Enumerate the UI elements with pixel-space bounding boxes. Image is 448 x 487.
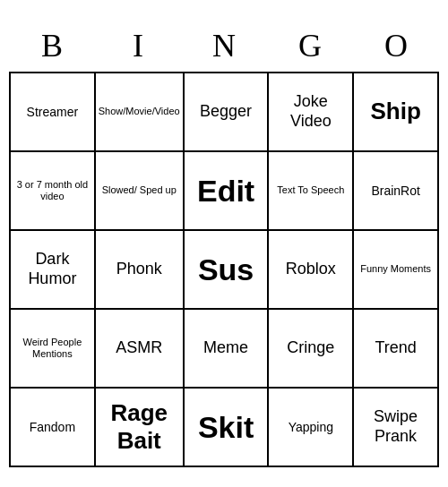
cell-text-23: Yapping	[289, 420, 333, 435]
bingo-cell-19: Trend	[354, 310, 439, 389]
bingo-cell-15: Weird People Mentions	[11, 310, 96, 389]
cell-text-13: Roblox	[286, 260, 336, 279]
bingo-cell-2: Begger	[185, 73, 270, 152]
bingo-cell-24: Swipe Prank	[354, 389, 439, 467]
cell-text-16: ASMR	[116, 338, 162, 358]
cell-text-11: Phonk	[116, 260, 162, 279]
cell-text-21: Rage Bait	[99, 399, 180, 455]
bingo-cell-12: Sus	[185, 231, 270, 310]
cell-text-15: Weird People Mentions	[13, 337, 91, 360]
bingo-cell-3: Joke Video	[269, 73, 354, 152]
cell-text-10: Dark Humor	[13, 250, 91, 288]
bingo-cell-22: Skit	[185, 389, 270, 467]
bingo-cell-21: Rage Bait	[96, 389, 185, 467]
cell-text-1: Show/Movie/Video	[99, 106, 180, 117]
cell-text-5: 3 or 7 month old video	[13, 179, 91, 202]
bingo-cell-7: Edit	[185, 152, 270, 231]
bingo-cell-23: Yapping	[269, 389, 354, 467]
bingo-cell-6: Slowed/ Sped up	[96, 152, 185, 231]
bingo-cell-0: Streamer	[11, 73, 96, 152]
cell-text-3: Joke Video	[271, 92, 349, 131]
cell-text-0: Streamer	[27, 105, 79, 120]
cell-text-7: Edit	[197, 173, 254, 209]
bingo-cell-4: Ship	[354, 73, 439, 152]
bingo-card: BINGO StreamerShow/Movie/VideoBeggerJoke…	[9, 20, 439, 467]
cell-text-20: Fandom	[30, 420, 75, 435]
bingo-grid: StreamerShow/Movie/VideoBeggerJoke Video…	[9, 72, 439, 467]
cell-text-19: Trend	[375, 338, 416, 358]
bingo-cell-10: Dark Humor	[11, 231, 96, 310]
header-letter-O: O	[357, 27, 435, 64]
bingo-cell-13: Roblox	[269, 231, 354, 310]
bingo-cell-14: Funny Moments	[354, 231, 439, 310]
bingo-header: BINGO	[9, 20, 439, 72]
cell-text-18: Cringe	[287, 338, 334, 358]
bingo-cell-18: Cringe	[269, 310, 354, 389]
bingo-cell-8: Text To Speech	[269, 152, 354, 231]
bingo-cell-16: ASMR	[96, 310, 185, 389]
header-letter-N: N	[185, 27, 263, 64]
header-letter-G: G	[271, 27, 349, 64]
cell-text-2: Begger	[200, 102, 252, 122]
cell-text-9: BrainRot	[371, 184, 419, 199]
bingo-cell-11: Phonk	[96, 231, 185, 310]
cell-text-14: Funny Moments	[360, 263, 431, 275]
header-letter-B: B	[13, 27, 91, 64]
cell-text-17: Meme	[203, 338, 248, 358]
cell-text-4: Ship	[370, 98, 420, 125]
cell-text-12: Sus	[198, 252, 254, 288]
bingo-cell-1: Show/Movie/Video	[96, 73, 185, 152]
cell-text-24: Swipe Prank	[357, 407, 435, 446]
bingo-cell-20: Fandom	[11, 389, 96, 467]
bingo-cell-17: Meme	[185, 310, 270, 389]
cell-text-6: Slowed/ Sped up	[102, 184, 177, 196]
header-letter-I: I	[99, 27, 177, 64]
bingo-cell-5: 3 or 7 month old video	[11, 152, 96, 231]
cell-text-22: Skit	[198, 409, 254, 446]
cell-text-8: Text To Speech	[277, 184, 344, 196]
bingo-cell-9: BrainRot	[354, 152, 439, 231]
